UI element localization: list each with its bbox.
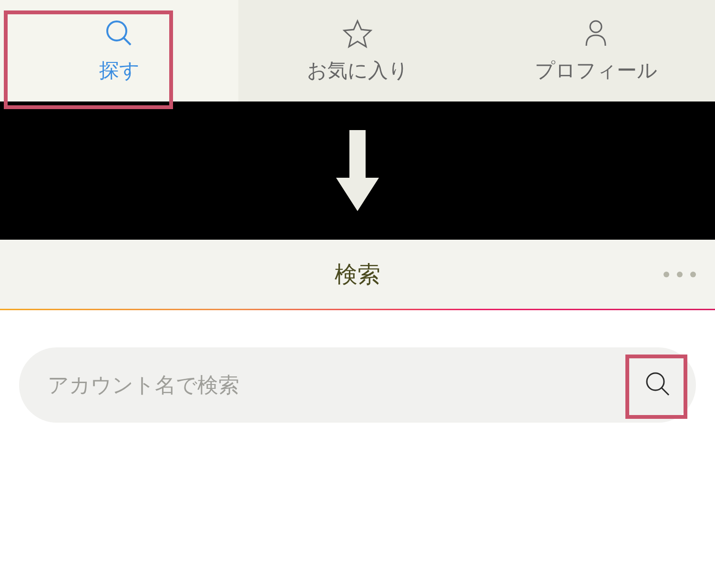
more-dots-icon xyxy=(677,272,683,277)
tab-search-label: 探す xyxy=(99,57,140,84)
tab-bar: 探す お気に入り プロフィール xyxy=(0,0,715,101)
tab-profile-label: プロフィール xyxy=(535,57,657,84)
search-area xyxy=(0,310,715,423)
page-title: 検索 xyxy=(335,259,380,290)
svg-point-2 xyxy=(590,21,602,32)
svg-point-0 xyxy=(107,21,126,41)
svg-line-4 xyxy=(662,388,669,395)
svg-point-3 xyxy=(647,373,664,390)
profile-icon xyxy=(581,18,611,49)
tab-favorites-label: お気に入り xyxy=(307,57,409,84)
more-dots-icon xyxy=(664,272,669,277)
tab-favorites[interactable]: お気に入り xyxy=(238,0,477,101)
search-icon xyxy=(104,18,134,49)
search-input[interactable] xyxy=(48,373,639,397)
search-icon xyxy=(644,370,672,400)
down-arrow-icon xyxy=(336,130,379,211)
search-submit-button[interactable] xyxy=(639,366,677,404)
svg-line-1 xyxy=(124,38,131,45)
tab-profile[interactable]: プロフィール xyxy=(477,0,715,101)
more-button[interactable] xyxy=(664,272,696,277)
header-bar: 検索 xyxy=(0,240,715,310)
transition-section xyxy=(0,101,715,240)
search-box xyxy=(19,347,696,423)
tab-search[interactable]: 探す xyxy=(0,0,238,101)
more-dots-icon xyxy=(690,272,696,277)
star-icon xyxy=(342,18,373,49)
